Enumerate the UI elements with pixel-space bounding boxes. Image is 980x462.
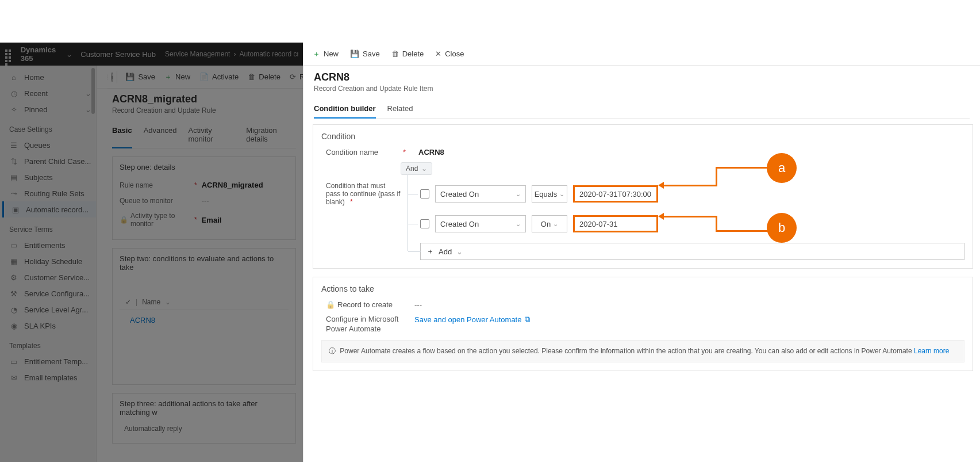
builder-label: Condition that must pass to continue (pa…: [326, 162, 401, 260]
mail-icon: ✉: [9, 373, 18, 382]
field-value[interactable]: ---: [414, 300, 422, 309]
sidebar-item-label: Automatic record...: [26, 205, 89, 214]
operator-dropdown[interactable]: On⌄: [532, 215, 567, 232]
tab-advanced[interactable]: Advanced: [144, 123, 177, 148]
activate-button[interactable]: 📄Activate: [195, 68, 243, 86]
sidebar-item-parent-child[interactable]: ⇅Parent Child Case...: [2, 153, 96, 169]
activate-icon: 📄: [199, 72, 209, 81]
value-input[interactable]: [573, 185, 658, 203]
sidebar-item-entitlements[interactable]: ▭Entitlements: [2, 237, 96, 253]
close-button[interactable]: ✕Close: [429, 45, 470, 63]
sidebar-heading: Templates: [2, 334, 96, 353]
form-tabs: Basic Advanced Activity monitor Migratio…: [112, 123, 296, 148]
chevron-down-icon[interactable]: ⌄: [165, 298, 171, 306]
sidebar-item-queues[interactable]: ☰Queues: [2, 137, 96, 153]
field-value[interactable]: ---: [202, 196, 209, 205]
sidebar-item-email-temp[interactable]: ✉Email templates: [2, 369, 96, 385]
field-value[interactable]: ACRN8_migrated: [202, 181, 263, 189]
cmd-label: Delete: [402, 49, 424, 58]
attribute-dropdown[interactable]: Created On⌄: [435, 185, 526, 203]
field-value[interactable]: ACRN8: [418, 148, 444, 156]
tab-condition-builder[interactable]: Condition builder: [314, 101, 376, 119]
sidebar-item-label: Routing Rule Sets: [24, 189, 84, 198]
scrollbar-thumb[interactable]: [91, 68, 95, 114]
chevron-down-icon: ⌄: [456, 247, 463, 256]
plus-icon: ＋: [164, 72, 172, 82]
save-button[interactable]: 💾Save: [121, 68, 160, 86]
field-label: Queue to monitor: [120, 197, 194, 205]
routing-icon: ⤳: [9, 189, 18, 198]
dropdown-value: Equals: [535, 190, 558, 198]
sidebar-item-label: Entitlement Temp...: [24, 357, 88, 366]
sidebar-item-subjects[interactable]: ▤Subjects: [2, 169, 96, 185]
value-input[interactable]: [573, 215, 658, 232]
cmd-label: Save: [363, 49, 380, 58]
delete-button[interactable]: 🗑Delete: [243, 68, 285, 86]
delete-button[interactable]: 🗑Delete: [386, 45, 430, 63]
sidebar-item-recent[interactable]: ◷Recent⌄: [2, 85, 96, 101]
chevron-down-icon: ⌄: [421, 165, 427, 173]
grid-row[interactable]: ACRN8: [120, 310, 289, 330]
auto-icon: ▣: [11, 205, 20, 214]
row-checkbox[interactable]: [420, 189, 429, 198]
chevron-down-icon[interactable]: ⌄: [66, 50, 72, 59]
delete-label: Delete: [259, 72, 280, 81]
hub-label[interactable]: Customer Service Hub: [80, 50, 156, 59]
sidebar-item-automatic-record[interactable]: ▣Automatic record...: [2, 201, 96, 217]
sidebar-item-pinned[interactable]: ✧Pinned⌄: [2, 101, 96, 117]
trash-icon: 🗑: [248, 72, 255, 81]
sidebar-item-customer-service[interactable]: ⚙Customer Service...: [2, 269, 96, 285]
subjects-icon: ▤: [9, 173, 18, 182]
sidebar-item-label: Customer Service...: [24, 273, 90, 282]
rule-item-panel: ＋New 💾Save 🗑Delete ✕Close ACRN8 Record C…: [303, 43, 980, 462]
template-icon: ▭: [9, 357, 18, 366]
global-nav: Dynamics 365 ⌄ Customer Service Hub Serv…: [0, 43, 303, 66]
condition-name-field: Condition name * ACRN8: [321, 148, 964, 156]
check-icon[interactable]: ✓: [125, 298, 131, 306]
tab-basic[interactable]: Basic: [112, 123, 132, 148]
save-button[interactable]: 💾Save: [344, 45, 386, 63]
condition-row: Created On⌄ Equals⌄: [408, 185, 964, 203]
tab-activity-monitor[interactable]: Activity monitor: [189, 123, 235, 148]
and-operator-chip[interactable]: And ⌄: [401, 162, 432, 175]
dropdown-value: Created On: [440, 190, 479, 198]
save-open-power-automate-link[interactable]: Save and open Power Automate ⧉: [414, 315, 530, 324]
save-icon: 💾: [350, 49, 359, 58]
field-label: Rule name: [120, 181, 194, 189]
sidebar-item-service-config[interactable]: ⚒Service Configura...: [2, 285, 96, 301]
learn-more-link[interactable]: Learn more: [914, 347, 949, 355]
builder-tree: And ⌄ Created On⌄ Equals⌄ Cr: [401, 162, 964, 260]
chevron-right-icon: ›: [233, 50, 236, 58]
save-icon: 💾: [125, 72, 134, 81]
field-value[interactable]: Email: [202, 216, 222, 224]
tab-related[interactable]: Related: [387, 101, 413, 118]
brand-label[interactable]: Dynamics 365: [21, 45, 64, 63]
tab-migration-details[interactable]: Migration details: [246, 123, 296, 148]
breadcrumb-item[interactable]: Automatic record creation: [239, 50, 298, 58]
breadcrumb-item[interactable]: Service Management: [165, 50, 230, 58]
field-queue: Queue to monitor * ---: [120, 193, 289, 208]
attribute-dropdown[interactable]: Created On⌄: [435, 215, 526, 232]
sidebar-item-sla-kpi[interactable]: ◉SLA KPIs: [2, 318, 96, 334]
step-three-card: Step three: additional actions to take a…: [112, 393, 296, 444]
record-command-bar: i 💾Save ＋New 📄Activate 🗑Delete ⟳Refr: [107, 66, 303, 89]
sidebar-item-holiday[interactable]: ▦Holiday Schedule: [2, 253, 96, 269]
info-icon[interactable]: i: [111, 72, 113, 82]
sidebar-item-home[interactable]: ⌂Home: [2, 69, 96, 85]
required-icon: *: [350, 198, 353, 206]
column-label[interactable]: Name: [142, 298, 160, 306]
add-condition-button[interactable]: ＋ Add ⌄: [420, 243, 964, 260]
app-launcher-icon[interactable]: [5, 49, 14, 59]
field-activity: 🔒Activity type to monitor * Email: [120, 208, 289, 231]
chevron-down-icon: ⌄: [553, 220, 558, 228]
link-label: Save and open Power Automate: [414, 315, 521, 324]
new-button[interactable]: ＋New: [160, 68, 195, 86]
panel-header: ACRN8 Record Creation and Update Rule It…: [303, 66, 980, 119]
sidebar-item-routing[interactable]: ⤳Routing Rule Sets: [2, 185, 96, 201]
row-checkbox[interactable]: [420, 219, 429, 228]
operator-dropdown[interactable]: Equals⌄: [532, 185, 567, 203]
sidebar-item-ent-temp[interactable]: ▭Entitlement Temp...: [2, 353, 96, 369]
add-label: Add: [439, 247, 452, 256]
new-button[interactable]: ＋New: [307, 45, 344, 63]
sidebar-item-sla-agr[interactable]: ◔Service Level Agr...: [2, 301, 96, 318]
